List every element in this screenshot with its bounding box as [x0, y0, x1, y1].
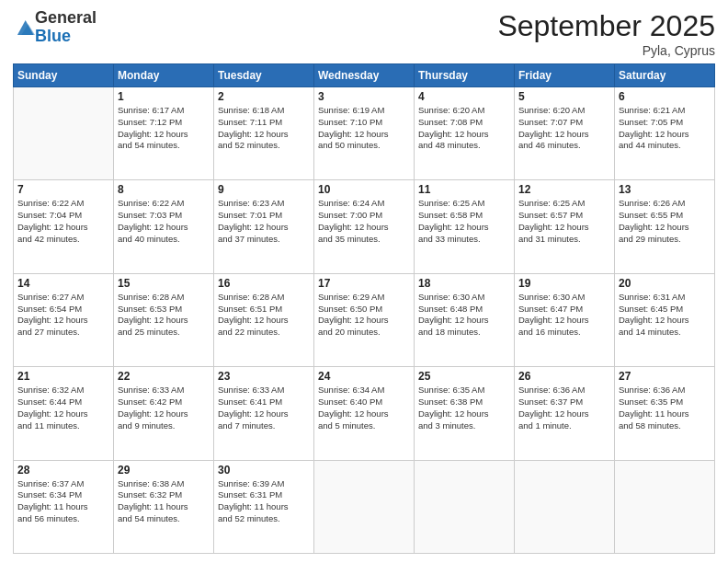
day-info: Sunrise: 6:33 AM Sunset: 6:41 PM Dayligh… [218, 385, 310, 431]
calendar-cell: 13Sunrise: 6:26 AM Sunset: 6:55 PM Dayli… [615, 180, 715, 273]
day-info: Sunrise: 6:28 AM Sunset: 6:53 PM Dayligh… [118, 292, 210, 339]
calendar-week-2: 14Sunrise: 6:27 AM Sunset: 6:54 PM Dayli… [14, 273, 715, 366]
title-block: September 2025 Pyla, Cyprus [497, 9, 715, 58]
day-info: Sunrise: 6:32 AM Sunset: 6:44 PM Dayligh… [17, 385, 109, 431]
calendar-cell [14, 87, 114, 180]
logo-general: General [35, 9, 97, 28]
col-friday: Friday [515, 64, 615, 87]
day-number: 28 [17, 464, 109, 477]
day-info: Sunrise: 6:33 AM Sunset: 6:42 PM Dayligh… [118, 385, 210, 431]
day-info: Sunrise: 6:22 AM Sunset: 7:03 PM Dayligh… [118, 198, 210, 245]
day-number: 10 [318, 183, 410, 196]
logo-icon [15, 17, 35, 38]
calendar-cell: 15Sunrise: 6:28 AM Sunset: 6:53 PM Dayli… [114, 273, 214, 366]
calendar-cell: 30Sunrise: 6:39 AM Sunset: 6:31 PM Dayli… [214, 460, 314, 553]
day-info: Sunrise: 6:22 AM Sunset: 7:04 PM Dayligh… [17, 198, 109, 245]
day-info: Sunrise: 6:25 AM Sunset: 6:57 PM Dayligh… [518, 198, 610, 245]
calendar-cell: 19Sunrise: 6:30 AM Sunset: 6:47 PM Dayli… [515, 273, 615, 366]
calendar-cell: 16Sunrise: 6:28 AM Sunset: 6:51 PM Dayli… [214, 273, 314, 366]
calendar-cell: 20Sunrise: 6:31 AM Sunset: 6:45 PM Dayli… [615, 273, 715, 366]
calendar-cell: 3Sunrise: 6:19 AM Sunset: 7:10 PM Daylig… [314, 87, 415, 180]
col-monday: Monday [114, 64, 214, 87]
day-number: 13 [619, 183, 711, 196]
day-number: 7 [17, 183, 109, 196]
day-number: 18 [418, 277, 510, 290]
calendar-week-3: 21Sunrise: 6:32 AM Sunset: 6:44 PM Dayli… [14, 367, 715, 460]
day-info: Sunrise: 6:31 AM Sunset: 6:45 PM Dayligh… [619, 292, 711, 339]
day-number: 30 [218, 464, 310, 477]
day-info: Sunrise: 6:30 AM Sunset: 6:47 PM Dayligh… [518, 292, 610, 339]
day-number: 19 [518, 277, 610, 290]
col-thursday: Thursday [415, 64, 515, 87]
calendar-cell: 1Sunrise: 6:17 AM Sunset: 7:12 PM Daylig… [114, 87, 214, 180]
day-number: 11 [418, 183, 510, 196]
day-number: 8 [118, 183, 210, 196]
day-number: 16 [218, 277, 310, 290]
calendar-cell: 11Sunrise: 6:25 AM Sunset: 6:58 PM Dayli… [415, 180, 515, 273]
calendar-cell: 7Sunrise: 6:22 AM Sunset: 7:04 PM Daylig… [14, 180, 114, 273]
day-info: Sunrise: 6:17 AM Sunset: 7:12 PM Dayligh… [118, 105, 210, 152]
day-info: Sunrise: 6:23 AM Sunset: 7:01 PM Dayligh… [218, 198, 310, 245]
day-info: Sunrise: 6:37 AM Sunset: 6:34 PM Dayligh… [17, 478, 109, 525]
calendar-cell: 4Sunrise: 6:20 AM Sunset: 7:08 PM Daylig… [415, 87, 515, 180]
day-info: Sunrise: 6:36 AM Sunset: 6:37 PM Dayligh… [518, 385, 610, 431]
day-number: 22 [118, 370, 210, 383]
calendar-cell [415, 460, 515, 553]
calendar-cell: 17Sunrise: 6:29 AM Sunset: 6:50 PM Dayli… [314, 273, 415, 366]
day-info: Sunrise: 6:39 AM Sunset: 6:31 PM Dayligh… [218, 478, 310, 525]
calendar-week-4: 28Sunrise: 6:37 AM Sunset: 6:34 PM Dayli… [14, 460, 715, 553]
location: Pyla, Cyprus [497, 43, 715, 58]
day-number: 27 [619, 370, 711, 383]
day-info: Sunrise: 6:26 AM Sunset: 6:55 PM Dayligh… [619, 198, 711, 245]
calendar-cell: 9Sunrise: 6:23 AM Sunset: 7:01 PM Daylig… [214, 180, 314, 273]
logo-blue: Blue [35, 28, 97, 46]
logo: General Blue [13, 9, 97, 46]
day-info: Sunrise: 6:25 AM Sunset: 6:58 PM Dayligh… [418, 198, 510, 245]
calendar-cell: 29Sunrise: 6:38 AM Sunset: 6:32 PM Dayli… [114, 460, 214, 553]
calendar-cell [515, 460, 615, 553]
calendar-cell: 25Sunrise: 6:35 AM Sunset: 6:38 PM Dayli… [415, 367, 515, 460]
day-number: 2 [218, 90, 310, 103]
day-info: Sunrise: 6:18 AM Sunset: 7:11 PM Dayligh… [218, 105, 310, 152]
day-info: Sunrise: 6:19 AM Sunset: 7:10 PM Dayligh… [318, 105, 410, 152]
day-info: Sunrise: 6:34 AM Sunset: 6:40 PM Dayligh… [318, 385, 410, 431]
day-number: 20 [619, 277, 711, 290]
calendar-cell: 23Sunrise: 6:33 AM Sunset: 6:41 PM Dayli… [214, 367, 314, 460]
calendar-cell: 8Sunrise: 6:22 AM Sunset: 7:03 PM Daylig… [114, 180, 214, 273]
day-number: 21 [17, 370, 109, 383]
day-number: 3 [318, 90, 410, 103]
day-number: 25 [418, 370, 510, 383]
calendar-cell: 21Sunrise: 6:32 AM Sunset: 6:44 PM Dayli… [14, 367, 114, 460]
calendar-table: Sunday Monday Tuesday Wednesday Thursday… [13, 63, 715, 554]
calendar-cell [615, 460, 715, 553]
calendar-cell: 2Sunrise: 6:18 AM Sunset: 7:11 PM Daylig… [214, 87, 314, 180]
day-number: 4 [418, 90, 510, 103]
day-number: 29 [118, 464, 210, 477]
day-info: Sunrise: 6:29 AM Sunset: 6:50 PM Dayligh… [318, 292, 410, 339]
calendar-cell: 14Sunrise: 6:27 AM Sunset: 6:54 PM Dayli… [14, 273, 114, 366]
col-wednesday: Wednesday [314, 64, 415, 87]
day-number: 9 [218, 183, 310, 196]
calendar-cell [314, 460, 415, 553]
day-number: 12 [518, 183, 610, 196]
day-number: 1 [118, 90, 210, 103]
calendar-cell: 6Sunrise: 6:21 AM Sunset: 7:05 PM Daylig… [615, 87, 715, 180]
month-year: September 2025 [497, 9, 715, 43]
header: General Blue September 2025 Pyla, Cyprus [13, 9, 715, 58]
day-number: 17 [318, 277, 410, 290]
day-info: Sunrise: 6:36 AM Sunset: 6:35 PM Dayligh… [619, 385, 711, 431]
page: General Blue September 2025 Pyla, Cyprus… [0, 0, 728, 563]
day-info: Sunrise: 6:35 AM Sunset: 6:38 PM Dayligh… [418, 385, 510, 431]
calendar-header-row: Sunday Monday Tuesday Wednesday Thursday… [14, 64, 715, 87]
day-info: Sunrise: 6:27 AM Sunset: 6:54 PM Dayligh… [17, 292, 109, 339]
col-tuesday: Tuesday [214, 64, 314, 87]
day-number: 14 [17, 277, 109, 290]
calendar-week-1: 7Sunrise: 6:22 AM Sunset: 7:04 PM Daylig… [14, 180, 715, 273]
day-info: Sunrise: 6:21 AM Sunset: 7:05 PM Dayligh… [619, 105, 711, 152]
day-number: 5 [518, 90, 610, 103]
logo-text: General Blue [35, 9, 97, 46]
calendar-cell: 10Sunrise: 6:24 AM Sunset: 7:00 PM Dayli… [314, 180, 415, 273]
day-info: Sunrise: 6:20 AM Sunset: 7:08 PM Dayligh… [418, 105, 510, 152]
day-number: 23 [218, 370, 310, 383]
day-info: Sunrise: 6:38 AM Sunset: 6:32 PM Dayligh… [118, 478, 210, 525]
